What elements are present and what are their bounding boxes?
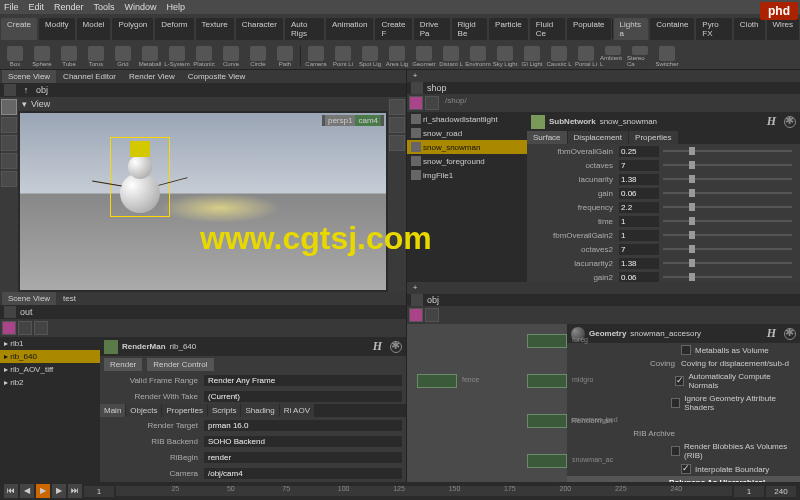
slider[interactable] bbox=[663, 150, 792, 152]
shelf-item-tube[interactable]: Tube bbox=[56, 46, 82, 67]
shelf-item-l-system[interactable]: L-System bbox=[164, 46, 190, 67]
layout-icon[interactable] bbox=[409, 96, 423, 110]
shelf-item-platonic[interactable]: Platonic bbox=[191, 46, 217, 67]
param-value[interactable]: 1.38 bbox=[619, 258, 659, 269]
end-frame[interactable]: 240 bbox=[766, 486, 796, 497]
menu-render[interactable]: Render bbox=[54, 2, 84, 12]
plus-icon[interactable]: + bbox=[409, 282, 421, 294]
tab-render-view[interactable]: Render View bbox=[123, 70, 181, 83]
gear-icon[interactable] bbox=[390, 341, 402, 353]
tree-item[interactable]: snow_foreground bbox=[407, 154, 527, 168]
path-field[interactable]: obj bbox=[36, 85, 48, 95]
shelf-tab[interactable]: Create bbox=[1, 18, 37, 40]
shelf-tab[interactable]: Texture bbox=[196, 18, 234, 40]
menu-file[interactable]: File bbox=[4, 2, 19, 12]
render-control-button[interactable]: Render Control bbox=[147, 358, 213, 371]
shelf-tab[interactable]: Cloth bbox=[734, 18, 765, 40]
disp-tool-1[interactable] bbox=[389, 99, 405, 115]
gear-icon[interactable] bbox=[784, 116, 796, 128]
shelf-item-environm[interactable]: Environm bbox=[465, 46, 491, 67]
shelf-item-path[interactable]: Path bbox=[272, 46, 298, 67]
shelf-tab[interactable]: Populate bbox=[567, 18, 611, 40]
shelf-item-distant l[interactable]: Distant L bbox=[438, 46, 464, 67]
tree-item[interactable]: ▸ rib_AOV_tiff bbox=[0, 363, 100, 376]
menu-edit[interactable]: Edit bbox=[29, 2, 45, 12]
current-frame[interactable]: 1 bbox=[84, 486, 114, 497]
checkbox[interactable] bbox=[681, 345, 691, 355]
shelf-tab[interactable]: Polygon bbox=[112, 18, 153, 40]
param-value[interactable]: 1 bbox=[619, 216, 659, 227]
node[interactable] bbox=[527, 454, 567, 468]
tree-item[interactable]: imgFile1 bbox=[407, 168, 527, 182]
menu-window[interactable]: Window bbox=[125, 2, 157, 12]
rotate-tool[interactable] bbox=[1, 135, 17, 151]
lasso-tool[interactable] bbox=[1, 171, 17, 187]
node[interactable] bbox=[527, 374, 567, 388]
shelf-item-camera[interactable]: Camera bbox=[303, 46, 329, 67]
shelf-item-spot lig[interactable]: Spot Lig bbox=[357, 46, 383, 67]
tree-item[interactable]: ri_shadowdistantlight bbox=[407, 112, 527, 126]
shelf-tab[interactable]: Auto Rigs bbox=[285, 18, 324, 40]
tree-item[interactable]: ▸ rib1 bbox=[0, 337, 100, 350]
shelf-item-caustic l[interactable]: Caustic L bbox=[546, 46, 572, 67]
list-icon[interactable] bbox=[425, 308, 439, 322]
param-tab[interactable]: Ri AOV bbox=[280, 404, 314, 417]
shelf-item-sphere[interactable]: Sphere bbox=[29, 46, 55, 67]
shelf-item-torus[interactable]: Torus bbox=[83, 46, 109, 67]
houdini-help-icon[interactable]: H bbox=[763, 326, 780, 341]
shelf-tab[interactable]: Create F bbox=[375, 18, 411, 40]
tab-test[interactable]: test bbox=[57, 292, 82, 305]
first-frame-button[interactable]: ⏮ bbox=[4, 484, 18, 498]
home-icon[interactable] bbox=[4, 306, 16, 318]
shelf-item-sky light[interactable]: Sky Light bbox=[492, 46, 518, 67]
shelf-item-point li[interactable]: Point Li bbox=[330, 46, 356, 67]
param-value[interactable]: 0.25 bbox=[619, 146, 659, 157]
param-tab[interactable]: Main bbox=[100, 404, 125, 417]
checkbox[interactable] bbox=[671, 398, 680, 408]
shelf-item-grid[interactable]: Grid bbox=[110, 46, 136, 67]
node[interactable] bbox=[527, 334, 567, 348]
param-field[interactable]: Render Any Frame bbox=[204, 375, 402, 386]
select-tool[interactable] bbox=[1, 99, 17, 115]
move-tool[interactable] bbox=[1, 117, 17, 133]
shop-node-name[interactable]: snow_snowman bbox=[600, 117, 690, 126]
plus-icon[interactable]: + bbox=[409, 70, 421, 82]
home-icon[interactable] bbox=[411, 294, 423, 306]
render-button[interactable]: Render bbox=[104, 358, 142, 371]
param-value[interactable]: 1 bbox=[619, 230, 659, 241]
timeline-track[interactable]: 255075100125150175200225240 bbox=[116, 486, 732, 496]
checkbox[interactable] bbox=[675, 376, 685, 386]
shelf-tab[interactable]: Model bbox=[77, 18, 111, 40]
tab-sceneview2[interactable]: Scene View bbox=[2, 292, 56, 305]
shop-path[interactable]: shop bbox=[427, 83, 447, 93]
layout-icon[interactable] bbox=[2, 321, 16, 335]
geom-node-name[interactable]: snowman_accesory bbox=[630, 329, 730, 338]
param-field[interactable]: render bbox=[204, 452, 402, 463]
shelf-item-geometr[interactable]: Geometr bbox=[411, 46, 437, 67]
shelf-item-switcher[interactable]: Switcher bbox=[654, 46, 680, 67]
shelf-item-stereo ca[interactable]: Stereo Ca bbox=[627, 46, 653, 67]
param-tab[interactable]: Shading bbox=[241, 404, 278, 417]
shelf-tab[interactable]: Drive Pa bbox=[414, 18, 450, 40]
param-field[interactable]: prman 16.0 bbox=[204, 420, 402, 431]
out-tree[interactable]: ▸ rib1▸ rib_640▸ rib_AOV_tiff▸ rib2 bbox=[0, 337, 100, 497]
menu-tools[interactable]: Tools bbox=[94, 2, 115, 12]
param-field[interactable]: SOHO Backend bbox=[204, 436, 402, 447]
slider[interactable] bbox=[663, 248, 792, 250]
shelf-tab[interactable]: Modify bbox=[39, 18, 75, 40]
slider[interactable] bbox=[663, 164, 792, 166]
checkbox[interactable] bbox=[671, 446, 680, 456]
tab-channel-editor[interactable]: Channel Editor bbox=[57, 70, 122, 83]
obj-path[interactable]: obj bbox=[427, 295, 439, 305]
tab-scene-view[interactable]: Scene View bbox=[2, 70, 56, 83]
param-value[interactable]: 7 bbox=[619, 160, 659, 171]
home-icon[interactable] bbox=[4, 84, 16, 96]
slider[interactable] bbox=[663, 192, 792, 194]
prev-frame-button[interactable]: ◀ bbox=[20, 484, 34, 498]
slider[interactable] bbox=[663, 262, 792, 264]
shelf-tab[interactable]: Pyro FX bbox=[696, 18, 732, 40]
path-field-out[interactable]: out bbox=[20, 307, 33, 317]
shelf-tab[interactable]: Rigid Be bbox=[452, 18, 488, 40]
param-tab[interactable]: Scripts bbox=[208, 404, 240, 417]
shelf-tab[interactable]: Lights a bbox=[614, 18, 649, 40]
